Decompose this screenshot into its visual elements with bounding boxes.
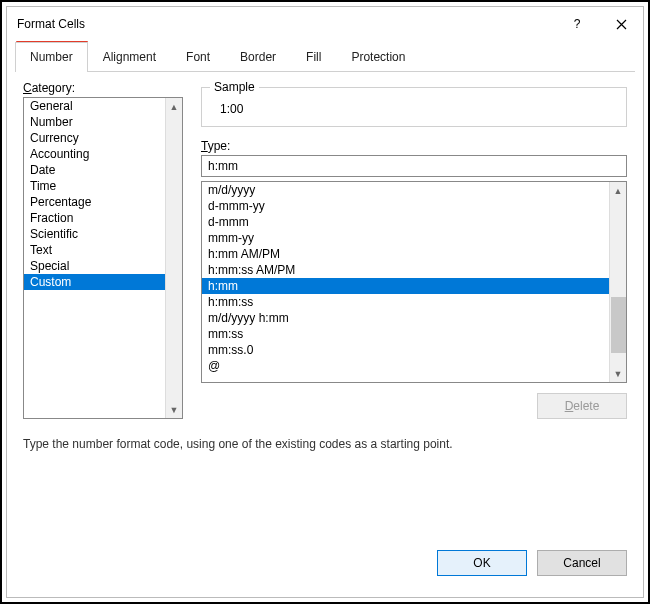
scroll-down-icon[interactable]: ▼ (166, 401, 182, 418)
format-item[interactable]: @ (202, 358, 609, 374)
tab-label: Fill (306, 50, 321, 64)
category-item[interactable]: Scientific (24, 226, 165, 242)
category-label: Category: (23, 81, 183, 95)
sample-group: Sample 1:00 (201, 87, 627, 127)
type-input[interactable] (201, 155, 627, 177)
category-item[interactable]: Percentage (24, 194, 165, 210)
category-item[interactable]: Time (24, 178, 165, 194)
sample-label: Sample (210, 80, 259, 94)
category-item[interactable]: Special (24, 258, 165, 274)
format-item[interactable]: m/d/yyyy (202, 182, 609, 198)
close-button[interactable] (599, 7, 643, 41)
tab-number[interactable]: Number (15, 42, 88, 71)
ok-button[interactable]: OK (437, 550, 527, 576)
dialog-footer: OK Cancel (7, 543, 643, 597)
format-item[interactable]: m/d/yyyy h:mm (202, 310, 609, 326)
format-item[interactable]: mm:ss (202, 326, 609, 342)
category-item[interactable]: Accounting (24, 146, 165, 162)
hint-text: Type the number format code, using one o… (23, 437, 627, 451)
category-item[interactable]: Fraction (24, 210, 165, 226)
format-item[interactable]: h:mm:ss (202, 294, 609, 310)
category-item[interactable]: General (24, 98, 165, 114)
format-listbox[interactable]: m/d/yyyyd-mmm-yyd-mmmmmm-yyh:mm AM/PMh:m… (201, 181, 627, 383)
titlebar: Format Cells ? (7, 7, 643, 41)
button-label: OK (473, 556, 490, 570)
type-label: Type: (201, 139, 627, 153)
button-label: Cancel (563, 556, 600, 570)
category-item[interactable]: Date (24, 162, 165, 178)
scroll-up-icon[interactable]: ▲ (166, 98, 182, 115)
tab-label: Font (186, 50, 210, 64)
tab-label: Protection (351, 50, 405, 64)
format-item[interactable]: h:mm AM/PM (202, 246, 609, 262)
format-cells-dialog: Format Cells ? Number Alignment Font Bor… (6, 6, 644, 598)
scrollbar[interactable]: ▲ ▼ (165, 98, 182, 418)
format-item[interactable]: d-mmm-yy (202, 198, 609, 214)
close-icon (616, 19, 627, 30)
tab-fill[interactable]: Fill (291, 42, 336, 71)
scroll-down-icon[interactable]: ▼ (610, 365, 626, 382)
tab-bar: Number Alignment Font Border Fill Protec… (15, 42, 635, 72)
category-item[interactable]: Number (24, 114, 165, 130)
tab-alignment[interactable]: Alignment (88, 42, 171, 71)
button-label: Delete (565, 399, 600, 413)
category-item[interactable]: Text (24, 242, 165, 258)
tab-protection[interactable]: Protection (336, 42, 420, 71)
cancel-button[interactable]: Cancel (537, 550, 627, 576)
tab-label: Border (240, 50, 276, 64)
tab-label: Number (30, 50, 73, 64)
format-item[interactable]: h:mm (202, 278, 609, 294)
scroll-up-icon[interactable]: ▲ (610, 182, 626, 199)
format-item[interactable]: mm:ss.0 (202, 342, 609, 358)
category-item[interactable]: Custom (24, 274, 165, 290)
scrollbar-thumb[interactable] (611, 297, 626, 353)
tab-font[interactable]: Font (171, 42, 225, 71)
help-button[interactable]: ? (555, 7, 599, 41)
scrollbar[interactable]: ▲ ▼ (609, 182, 626, 382)
category-item[interactable]: Currency (24, 130, 165, 146)
format-item[interactable]: h:mm:ss AM/PM (202, 262, 609, 278)
format-item[interactable]: mmm-yy (202, 230, 609, 246)
window-title: Format Cells (17, 17, 85, 31)
tab-label: Alignment (103, 50, 156, 64)
tab-border[interactable]: Border (225, 42, 291, 71)
category-listbox[interactable]: GeneralNumberCurrencyAccountingDateTimeP… (23, 97, 183, 419)
help-icon: ? (574, 17, 581, 31)
sample-value: 1:00 (214, 102, 614, 116)
format-item[interactable]: d-mmm (202, 214, 609, 230)
delete-button: Delete (537, 393, 627, 419)
